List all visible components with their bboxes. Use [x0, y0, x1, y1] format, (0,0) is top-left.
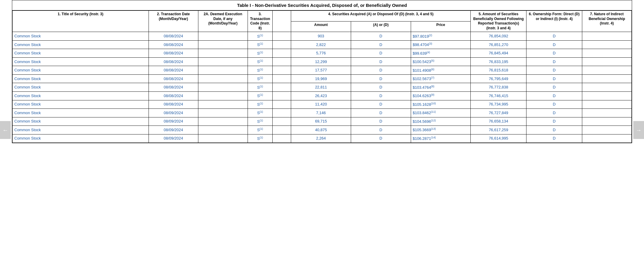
cell-nature	[582, 109, 631, 117]
cell-deemed	[198, 91, 248, 100]
cell-beneficial: 76,851,270	[471, 40, 526, 49]
cell-ownership: D	[526, 126, 582, 134]
cell-aord: D	[351, 74, 411, 83]
cell-nature	[582, 83, 631, 92]
cell-date: 08/09/2024	[149, 134, 198, 143]
cell-v	[272, 32, 291, 41]
cell-deemed	[198, 109, 248, 117]
cell-amount: 12,299	[291, 57, 351, 66]
nav-left-arrow[interactable]: ←	[0, 121, 11, 139]
cell-beneficial: 76,658,134	[471, 117, 526, 126]
cell-title: Common Stock	[13, 126, 149, 134]
cell-aord: D	[351, 126, 411, 134]
cell-title: Common Stock	[13, 74, 149, 83]
cell-code: S(1)	[248, 83, 272, 92]
cell-deemed	[198, 32, 248, 41]
header-date: 2. Transaction Date (Month/Day/Year)	[149, 11, 198, 32]
cell-ownership: D	[526, 74, 582, 83]
cell-beneficial: 76,772,838	[471, 83, 526, 92]
cell-code: S(1)	[248, 109, 272, 117]
header-acquired: 4. Securities Acquired (A) or Disposed O…	[291, 11, 471, 22]
cell-v	[272, 74, 291, 83]
cell-title: Common Stock	[13, 100, 149, 109]
cell-v	[272, 117, 291, 126]
cell-deemed	[198, 134, 248, 143]
cell-aord: D	[351, 109, 411, 117]
cell-aord: D	[351, 91, 411, 100]
cell-title: Common Stock	[13, 91, 149, 100]
cell-code: S(1)	[248, 40, 272, 49]
cell-v	[272, 109, 291, 117]
cell-deemed	[198, 83, 248, 92]
cell-beneficial: 76,795,649	[471, 74, 526, 83]
cell-date: 08/08/2024	[149, 74, 198, 83]
header-deemed: 2A. Deemed Execution Date, if any (Month…	[198, 11, 248, 32]
left-arrow-icon: ←	[2, 127, 8, 134]
cell-price: $105.1628(10)	[411, 100, 471, 109]
cell-date: 08/09/2024	[149, 126, 198, 134]
cell-date: 08/09/2024	[149, 117, 198, 126]
cell-nature	[582, 40, 631, 49]
table-row: Common Stock08/08/2024S(1)19,969D$102.56…	[13, 74, 632, 83]
cell-ownership: D	[526, 117, 582, 126]
cell-aord: D	[351, 117, 411, 126]
table-row: Common Stock08/09/2024S(1)40,875D$105.36…	[13, 126, 632, 134]
cell-code: S(1)	[248, 66, 272, 75]
cell-aord: D	[351, 83, 411, 92]
cell-code: S(1)	[248, 100, 272, 109]
cell-amount: 40,875	[291, 126, 351, 134]
cell-ownership: D	[526, 91, 582, 100]
cell-v	[272, 134, 291, 143]
header-beneficial: 5. Amount of Securities Beneficially Own…	[471, 11, 526, 32]
cell-aord: D	[351, 32, 411, 41]
header-v-outer	[272, 11, 291, 32]
cell-amount: 19,969	[291, 74, 351, 83]
cell-price: $102.5673(7)	[411, 74, 471, 83]
cell-aord: D	[351, 100, 411, 109]
header-ownership: 6. Ownership Form: Direct (D) or Indirec…	[526, 11, 582, 32]
header-nature: 7. Nature of Indirect Beneficial Ownersh…	[582, 11, 631, 32]
cell-deemed	[198, 40, 248, 49]
cell-price: $99.639(4)	[411, 49, 471, 58]
securities-table: 1. Title of Security (Instr. 3) 2. Trans…	[12, 10, 632, 143]
cell-date: 08/08/2024	[149, 100, 198, 109]
cell-price: $101.4908(6)	[411, 66, 471, 75]
cell-ownership: D	[526, 49, 582, 58]
cell-nature	[582, 117, 631, 126]
cell-aord: D	[351, 57, 411, 66]
cell-ownership: D	[526, 40, 582, 49]
cell-aord: D	[351, 134, 411, 143]
table-row: Common Stock08/09/2024S(1)7,146D$103.846…	[13, 109, 632, 117]
cell-nature	[582, 100, 631, 109]
cell-beneficial: 76,815,618	[471, 66, 526, 75]
cell-code: S(1)	[248, 117, 272, 126]
table-row: Common Stock08/08/2024S(1)12,299D$100.54…	[13, 57, 632, 66]
cell-code: S(1)	[248, 32, 272, 41]
cell-beneficial: 76,854,092	[471, 32, 526, 41]
cell-date: 08/08/2024	[149, 91, 198, 100]
cell-title: Common Stock	[13, 57, 149, 66]
table-row: Common Stock08/08/2024S(1)2,822D$98.4704…	[13, 40, 632, 49]
cell-v	[272, 57, 291, 66]
cell-deemed	[198, 66, 248, 75]
cell-nature	[582, 126, 631, 134]
header-price: Price	[411, 21, 471, 32]
cell-v	[272, 49, 291, 58]
header-amount: Amount	[291, 21, 351, 32]
nav-right-arrow[interactable]: →	[633, 121, 644, 139]
cell-beneficial: 76,617,259	[471, 126, 526, 134]
cell-date: 08/08/2024	[149, 32, 198, 41]
cell-code: S(1)	[248, 134, 272, 143]
cell-aord: D	[351, 66, 411, 75]
cell-deemed	[198, 100, 248, 109]
cell-beneficial: 76,734,995	[471, 100, 526, 109]
cell-date: 08/08/2024	[149, 66, 198, 75]
cell-amount: 7,146	[291, 109, 351, 117]
cell-title: Common Stock	[13, 40, 149, 49]
cell-deemed	[198, 49, 248, 58]
cell-deemed	[198, 126, 248, 134]
cell-date: 08/08/2024	[149, 83, 198, 92]
cell-deemed	[198, 117, 248, 126]
cell-title: Common Stock	[13, 49, 149, 58]
cell-price: $103.4764(8)	[411, 83, 471, 92]
